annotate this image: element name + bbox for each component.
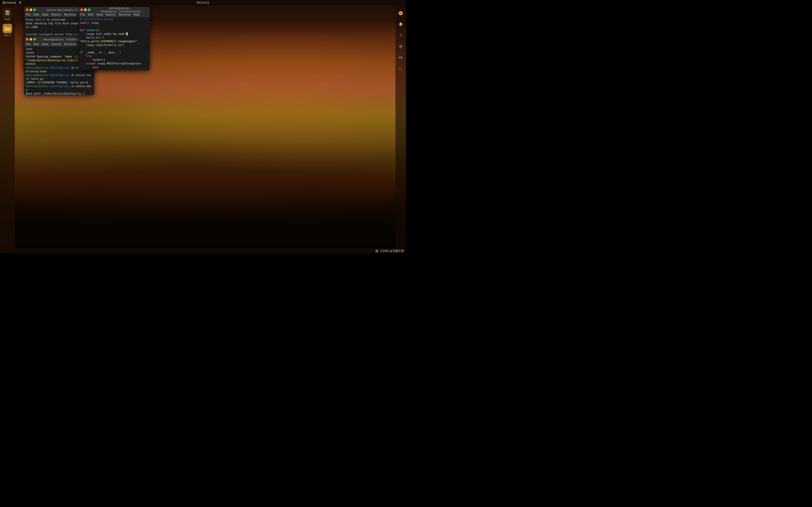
minimize-button-ros1[interactable] — [30, 38, 32, 41]
roscore-body[interactable]: Press Ctrl-C to interrupt Done checking … — [24, 17, 94, 70]
vim-title: dennis@ubuntu: ~/Desktop/ros_1/src/test1… — [92, 7, 148, 13]
menu-terminal-roscore[interactable]: Terminal — [64, 13, 77, 16]
terminal-right-icon[interactable]: >_ — [397, 65, 405, 73]
sidebar: Trash ros_1 — [0, 5, 15, 253]
ros1-label: ros_1 — [4, 34, 11, 37]
menu-view-vim[interactable]: View — [96, 13, 103, 16]
ros1-title: dennis@ubuntu: ~/Desktop/ros_1 — [37, 38, 93, 41]
menu-search-roscore[interactable]: Search — [51, 13, 61, 16]
menu-file-roscore[interactable]: File — [26, 13, 31, 16]
trash-label: Trash — [4, 18, 11, 20]
vscode-icon[interactable]: VS — [397, 54, 405, 61]
minimize-button-roscore[interactable] — [30, 8, 32, 11]
vim-line-4: def talker(): — [80, 29, 149, 32]
close-button-roscore[interactable] — [26, 8, 29, 11]
activities-label: Activities — [3, 1, 16, 4]
maximize-button-vim[interactable] — [88, 8, 90, 11]
topbar: Activities filt22531 📶 🔊 🔋 ⚙ — [0, 0, 406, 5]
settings-icon[interactable]: ⚙ — [19, 1, 22, 4]
vim-line-3 — [80, 25, 149, 29]
menu-file-ros1[interactable]: File — [26, 43, 31, 46]
trash-icon — [3, 8, 12, 17]
menu-terminal-vim[interactable]: Terminal — [118, 13, 131, 16]
vim-window[interactable]: dennis@ubuntu: ~/Desktop/ros_1/src/test1… — [79, 7, 150, 70]
bottombar: ⊞ CSDN @无脑字幕 — [0, 248, 406, 253]
sidebar-item-ros1[interactable]: ros_1 — [2, 24, 13, 37]
menu-edit-ros1[interactable]: Edit — [33, 43, 39, 46]
minimize-button-vim[interactable] — [84, 8, 87, 11]
bottombar-right: ⊞ CSDN @无脑字幕 — [375, 249, 404, 253]
vim-line-12: except rospy.ROSInterruptException: — [80, 62, 149, 65]
terminal-ros1-titlebar: dennis@ubuntu: ~/Desktop/ros_1 — [24, 37, 94, 42]
center-text: filt22531 — [196, 1, 209, 4]
grid-icon[interactable]: ⊞ — [375, 249, 378, 253]
firefox-icon[interactable] — [397, 9, 405, 17]
menu-edit-roscore[interactable]: Edit — [33, 13, 39, 16]
csdn-label: CSDN @无脑字幕 — [380, 249, 404, 253]
maximize-button-roscore[interactable] — [33, 8, 36, 11]
svg-point-8 — [400, 12, 402, 14]
svg-rect-1 — [5, 11, 10, 11]
vim-content[interactable]: #!/usr/bin/env python import rospy def t… — [79, 17, 150, 70]
sidebar-item-trash[interactable]: Trash — [2, 8, 13, 20]
vim-line-2: import rospy — [80, 21, 149, 25]
svg-point-10 — [400, 46, 402, 47]
svg-point-9 — [400, 25, 401, 26]
vim-line-13: pass — [80, 65, 149, 69]
help-icon[interactable]: ? — [397, 32, 405, 39]
gear-icon[interactable] — [397, 43, 405, 50]
activities-button[interactable]: Activities — [0, 0, 18, 5]
vim-line-14 — [80, 69, 149, 70]
maximize-button-ros1[interactable] — [33, 38, 36, 41]
menu-help-roscore[interactable]: Help — [79, 13, 85, 16]
vim-line-1: #!/usr/bin/env python — [80, 17, 149, 21]
ros1-body[interactable]: #### ##### ###### Running command: "make… — [24, 47, 94, 95]
terminal-roscore[interactable]: roscore http://ubuntu:11311/ File Edit V… — [24, 7, 94, 70]
folder-icon — [3, 24, 12, 33]
menu-help-vim[interactable]: Help — [133, 13, 140, 16]
svg-rect-2 — [7, 10, 8, 11]
menu-search-vim[interactable]: Search — [106, 13, 116, 16]
vim-line-8 — [80, 47, 149, 51]
vim-line-5: rospy.init_node('my_node') — [80, 32, 149, 36]
vim-line-7: rospy.loginfo(hello_str) — [80, 43, 149, 47]
vim-menubar: File Edit View Search Terminal Help — [79, 13, 150, 17]
menu-terminal-ros1[interactable]: Terminal — [64, 43, 77, 46]
roscore-title: roscore http://ubuntu:11311/ — [37, 8, 93, 11]
right-sidebar: ? VS >_ — [395, 5, 406, 253]
notifications-icon[interactable] — [397, 20, 405, 28]
close-button-vim[interactable] — [80, 8, 83, 11]
vim-line-9: if __name__ == '__main__': — [80, 51, 149, 54]
menu-view-ros1[interactable]: View — [42, 43, 49, 46]
menu-view-roscore[interactable]: View — [42, 13, 49, 16]
vim-titlebar: dennis@ubuntu: ~/Desktop/ros_1/src/test1… — [79, 7, 150, 13]
terminal-roscore-titlebar: roscore http://ubuntu:11311/ — [24, 7, 94, 13]
terminal-ros1[interactable]: dennis@ubuntu: ~/Desktop/ros_1 File Edit… — [24, 37, 94, 95]
ros1-menubar: File Edit View Search Terminal Help — [24, 42, 94, 47]
vim-line-10: try: — [80, 54, 149, 58]
menu-file-vim[interactable]: File — [80, 13, 85, 16]
menu-search-ros1[interactable]: Search — [51, 43, 61, 46]
vim-line-6: hello_str = "hello_world_2203080517_tang… — [80, 36, 149, 43]
vim-line-11: talker() — [80, 58, 149, 62]
close-button-ros1[interactable] — [26, 38, 29, 41]
menu-edit-vim[interactable]: Edit — [88, 13, 93, 16]
desktop: Activities filt22531 📶 🔊 🔋 ⚙ — [0, 0, 406, 253]
menu-help-ros1[interactable]: Help — [79, 43, 85, 46]
roscore-menubar: File Edit View Search Terminal Help — [24, 13, 94, 17]
vim-body[interactable]: #!/usr/bin/env python import rospy def t… — [79, 17, 150, 70]
topbar-center-text: filt22531 — [196, 1, 209, 4]
